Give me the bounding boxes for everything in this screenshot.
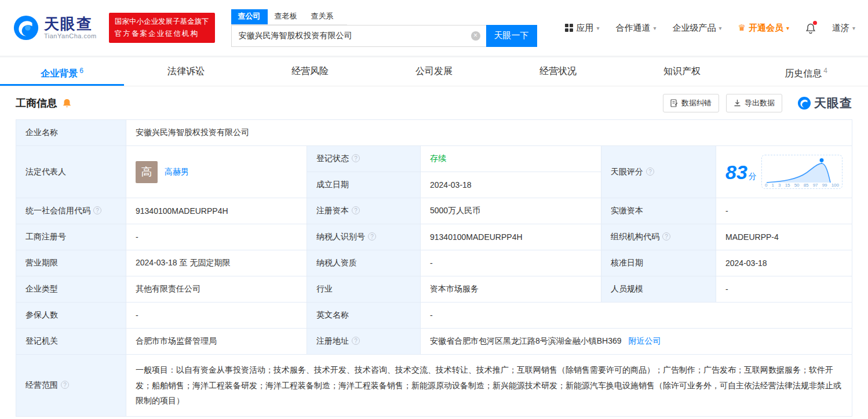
english-name-value: - [421,303,852,329]
tab-operating-status[interactable]: 经营状况 [496,57,620,86]
tab-operating-risk[interactable]: 经营风险 [248,57,372,86]
score-number: 83分 [725,162,757,182]
nav-apps[interactable]: 应用 ▾ [565,23,599,34]
org-code-value: MADEURPP-4 [716,224,852,250]
org-code-label: 组织机构代码? [601,224,716,250]
biz-term-value: 2024-03-18 至 无固定期限 [126,250,307,276]
taxpayer-quality-label: 纳税人资质 [307,250,421,276]
table-row: 企业名称 安徽兴民海智股权投资有限公司 [16,120,852,146]
help-icon[interactable]: ? [352,206,360,214]
tab-label: 知识产权 [663,66,701,76]
search-button[interactable]: 天眼一下 [486,25,537,47]
data-correction-button[interactable]: 数据纠错 [663,94,719,112]
reg-no-label: 工商注册号 [16,224,126,250]
search-tab-boss[interactable]: 查老板 [268,9,304,24]
staff-size-value: - [716,276,852,303]
export-data-label: 导出数据 [745,98,775,108]
legal-rep-value: 高 高赫男 [126,146,307,198]
watermark-text: 天眼查 [814,95,852,111]
tab-label: 历史信息 [785,68,822,78]
table-row: 统一社会信用代码? 91340100MADEURPP4H 注册资本? 5000万… [16,198,852,224]
reg-no-value: - [126,224,307,250]
status-badge: 存续 [430,154,446,163]
badge-line1: 国家中小企业发展子基金旗下 [115,16,209,28]
help-icon[interactable]: ? [646,167,654,176]
legal-rep-link[interactable]: 高赫男 [165,167,189,177]
help-icon[interactable]: ? [93,206,101,214]
help-icon[interactable]: ? [352,337,360,345]
taxpayer-id-label: 纳税人识别号? [307,224,421,250]
search-input[interactable] [231,25,486,47]
search-tab-company[interactable]: 查公司 [231,9,268,24]
business-info-section-header: 工商信息 数据纠错 导出数据 天眼查 [0,86,868,118]
data-correction-label: 数据纠错 [681,98,712,108]
help-icon[interactable]: ? [352,154,360,162]
reg-authority-value: 合肥市市场监督管理局 [126,329,307,355]
company-name-value: 安徽兴民海智股权投资有限公司 [126,120,852,146]
apps-grid-icon [565,24,573,32]
top-header: 天眼查 TianYanCha.com 国家中小企业发展子基金旗下 官方备案企业征… [0,0,868,56]
help-icon[interactable]: ? [662,232,670,241]
tab-intellectual-property[interactable]: 知识产权 [620,57,744,86]
logo-domain-text: TianYanCha.com [44,32,97,39]
reg-capital-label: 注册资本? [307,198,421,224]
tab-count: 6 [79,67,83,75]
nav-user-label: 道济 [832,23,849,34]
monitor-bell-icon[interactable] [62,98,72,108]
biz-scope-value: 一般项目：以自有资金从事投资活动；技术服务、技术开发、技术咨询、技术交流、技术转… [126,355,852,417]
notification-bell[interactable] [805,23,816,34]
document-edit-icon [670,99,678,107]
badge-line2: 官方备案企业征信机构 [115,28,209,40]
table-row: 经营范围? 一般项目：以自有资金从事投资活动；技术服务、技术开发、技术咨询、技术… [16,355,852,417]
crown-icon: ♛ [738,23,745,33]
tab-company-background[interactable]: 企业背景6 [0,57,124,86]
help-icon[interactable]: ? [61,381,69,389]
score-curve-chart: 0131550859799100 [761,155,843,189]
nav-cooperation[interactable]: 合作通道 ▾ [615,23,656,34]
insured-num-value: - [126,303,307,329]
score-label: 天眼评分? [601,146,716,198]
clear-search-icon[interactable]: × [471,31,480,41]
nav-enterprise-products[interactable]: 企业级产品 ▾ [672,23,721,34]
watermark-logo: 天眼查 [797,95,852,111]
tab-label: 经营风险 [291,66,329,76]
industry-label: 行业 [307,276,421,303]
main-tabs: 企业背景6 法律诉讼 经营风险 公司发展 经营状况 知识产权 历史信息4 [0,57,868,86]
search-tabs: 查公司 查老板 查关系 [231,9,347,25]
reg-authority-label: 登记机关 [16,329,126,355]
reg-capital-value: 5000万人民币 [421,198,601,224]
company-name-label: 企业名称 [16,120,126,146]
tab-legal-proceedings[interactable]: 法律诉讼 [124,57,248,86]
export-data-button[interactable]: 导出数据 [726,94,782,112]
taxpayer-id-value: 91340100MADEURPP4H [421,224,601,250]
tab-company-development[interactable]: 公司发展 [372,57,496,86]
nav-vip-membership[interactable]: ♛ 开通会员 ▾ [738,23,789,34]
paid-capital-value: - [716,198,852,224]
table-row: 企业类型 其他有限责任公司 行业 资本市场服务 人员规模 - [16,276,852,303]
legal-rep-label: 法定代表人 [16,146,126,198]
reg-address-text: 安徽省合肥市包河区黑龙江路8号滨湖金融小镇BH369 [430,336,622,345]
tianyancha-logo[interactable]: 天眼查 TianYanCha.com [13,14,100,41]
nav-user-account[interactable]: 道济 ▾ [832,23,855,34]
section-title: 工商信息 [16,96,57,110]
legal-rep-avatar[interactable]: 高 [136,161,158,183]
nearby-companies-link[interactable]: 附近公司 [628,336,661,345]
table-row: 登记机关 合肥市市场监督管理局 注册地址? 安徽省合肥市包河区黑龙江路8号滨湖金… [16,329,852,355]
table-row: 工商注册号 - 纳税人识别号? 91340100MADEURPP4H 组织机构代… [16,224,852,250]
help-icon[interactable]: ? [368,232,376,241]
unified-code-label: 统一社会信用代码? [16,198,126,224]
approval-date-value: 2024-03-18 [716,250,852,276]
reg-address-value: 安徽省合肥市包河区黑龙江路8号滨湖金融小镇BH369 附近公司 [421,329,852,355]
approval-date-label: 核准日期 [601,250,716,276]
reg-status-label: 登记状态? [307,146,421,172]
nav-enterprise-label: 企业级产品 [672,23,716,34]
paid-capital-label: 实缴资本 [601,198,716,224]
taxpayer-quality-value: - [421,250,601,276]
staff-size-label: 人员规模 [601,276,716,303]
search-tab-relation[interactable]: 查关系 [304,9,341,24]
reg-status-value: 存续 [421,146,601,172]
tab-history-info[interactable]: 历史信息4 [744,57,868,86]
nav-apps-label: 应用 [576,23,593,34]
top-nav: 应用 ▾ 合作通道 ▾ 企业级产品 ▾ ♛ 开通会员 ▾ 道济 ▾ [565,23,855,34]
tab-label: 企业背景 [41,68,78,78]
